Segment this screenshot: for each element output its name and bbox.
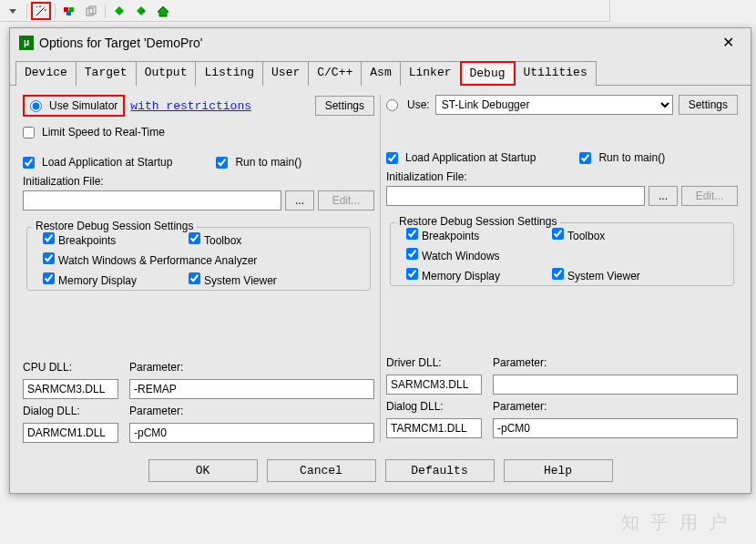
- tgt-restore-fieldset: Restore Debug Session Settings Breakpoin…: [386, 215, 738, 290]
- tgt-param1-label: Parameter:: [493, 356, 738, 369]
- help-button[interactable]: Help: [504, 459, 613, 482]
- titlebar: μ Options for Target 'DemoPro' ✕: [10, 28, 751, 56]
- tgt-restore-legend: Restore Debug Session Settings: [395, 215, 560, 228]
- close-icon[interactable]: ✕: [715, 34, 741, 51]
- ok-button[interactable]: OK: [148, 459, 258, 482]
- sim-sys-label: System Viewer: [204, 274, 277, 287]
- options-dialog: μ Options for Target 'DemoPro' ✕ Device …: [9, 27, 751, 494]
- sim-dialog-dll-label: Dialog DLL:: [23, 405, 118, 417]
- app-icon: μ: [19, 36, 34, 50]
- tgt-sys-checkbox[interactable]: [552, 268, 564, 280]
- sim-run-main-checkbox[interactable]: [216, 157, 228, 169]
- sim-edit-button[interactable]: Edit...: [318, 190, 374, 210]
- use-simulator-radio[interactable]: [30, 100, 42, 112]
- dialog-title: Options for Target 'DemoPro': [39, 36, 202, 50]
- tgt-bp-label: Breakpoints: [422, 230, 479, 242]
- limit-speed-label: Limit Speed to Real-Time: [42, 126, 165, 139]
- tgt-sys-label: System Viewer: [567, 270, 640, 282]
- cancel-button[interactable]: Cancel: [267, 459, 376, 482]
- group-icon[interactable]: [59, 2, 79, 20]
- sim-restore-fieldset: Restore Debug Session Settings Breakpoin…: [23, 220, 374, 294]
- sim-bp-checkbox[interactable]: [43, 232, 55, 244]
- tgt-browse-button[interactable]: ...: [649, 186, 678, 206]
- sim-init-file-input[interactable]: [23, 190, 281, 210]
- svg-point-0: [44, 6, 46, 8]
- sim-toolbox-label: Toolbox: [204, 234, 241, 247]
- sim-watch-label: Watch Windows & Performance Analyzer: [58, 254, 257, 267]
- use-simulator-label: Use Simulator: [49, 99, 117, 112]
- tgt-param1-input[interactable]: [493, 375, 738, 395]
- sim-settings-button[interactable]: Settings: [315, 96, 374, 116]
- tgt-run-main-checkbox[interactable]: [579, 152, 591, 164]
- sim-param1-label: Parameter:: [129, 361, 374, 374]
- dialog-buttons: OK Cancel Defaults Help: [10, 452, 751, 493]
- svg-rect-3: [66, 11, 71, 15]
- tab-debug[interactable]: Debug: [460, 61, 516, 86]
- main-toolbar: [0, 0, 610, 22]
- restrictions-link[interactable]: with restrictions: [130, 99, 251, 113]
- use-target-radio[interactable]: [386, 99, 398, 111]
- tgt-watch-checkbox[interactable]: [406, 248, 418, 260]
- sim-param1-input[interactable]: [129, 379, 374, 399]
- sim-param2-input[interactable]: [129, 423, 374, 443]
- sim-load-app-label: Load Application at Startup: [42, 156, 172, 169]
- tgt-edit-button[interactable]: Edit...: [681, 186, 738, 206]
- tab-asm[interactable]: Asm: [361, 61, 400, 86]
- sim-restore-legend: Restore Debug Session Settings: [32, 220, 197, 232]
- tgt-dialog-dll-input[interactable]: [386, 418, 482, 438]
- sim-param2-label: Parameter:: [129, 405, 374, 417]
- tgt-bp-checkbox[interactable]: [406, 228, 418, 240]
- tgt-mem-label: Memory Display: [422, 270, 500, 282]
- driver-dll-input[interactable]: [386, 375, 482, 395]
- sim-load-app-checkbox[interactable]: [23, 157, 35, 169]
- sim-dialog-dll-input[interactable]: [23, 423, 118, 443]
- tgt-load-app-label: Load Application at Startup: [405, 151, 536, 164]
- tab-listing[interactable]: Listing: [195, 61, 263, 86]
- watermark: 知乎用户: [621, 510, 738, 535]
- tgt-run-main-label: Run to main(): [598, 151, 665, 164]
- sim-mem-label: Memory Display: [58, 274, 137, 287]
- diamond-nav-icon[interactable]: [131, 2, 151, 20]
- limit-speed-checkbox[interactable]: [23, 127, 35, 139]
- tgt-toolbox-checkbox[interactable]: [552, 228, 564, 240]
- tgt-param2-input[interactable]: [493, 418, 738, 438]
- sim-bp-label: Breakpoints: [58, 234, 116, 247]
- sim-toolbox-checkbox[interactable]: [189, 232, 200, 244]
- tab-ccpp[interactable]: C/C++: [308, 61, 362, 86]
- tgt-watch-label: Watch Windows: [422, 250, 500, 262]
- sim-browse-button[interactable]: ...: [285, 190, 314, 210]
- tgt-param2-label: Parameter:: [493, 400, 738, 413]
- tab-utilities[interactable]: Utilities: [515, 61, 597, 86]
- target-settings-button[interactable]: Settings: [679, 95, 738, 115]
- use-target-label: Use:: [407, 98, 430, 111]
- tab-device[interactable]: Device: [15, 61, 77, 86]
- defaults-button[interactable]: Defaults: [385, 459, 495, 482]
- tab-target[interactable]: Target: [76, 61, 137, 86]
- sim-init-file-label: Initialization File:: [23, 175, 374, 188]
- tgt-mem-checkbox[interactable]: [406, 268, 418, 280]
- sim-watch-checkbox[interactable]: [43, 252, 55, 264]
- tab-output[interactable]: Output: [136, 61, 197, 86]
- simulator-pane: Use Simulator with restrictions Settings…: [17, 95, 381, 443]
- sim-sys-checkbox[interactable]: [189, 272, 200, 284]
- home-icon[interactable]: [153, 2, 173, 20]
- tgt-toolbox-label: Toolbox: [567, 230, 605, 242]
- files-icon[interactable]: [81, 2, 101, 20]
- sim-run-main-label: Run to main(): [235, 156, 301, 169]
- dropdown-icon[interactable]: [3, 2, 23, 20]
- tgt-init-file-input[interactable]: [386, 186, 645, 206]
- driver-dll-label: Driver DLL:: [386, 356, 482, 369]
- target-pane: Use: ST-Link Debugger Settings Load Appl…: [381, 95, 743, 443]
- debug-panel: Use Simulator with restrictions Settings…: [10, 86, 751, 452]
- diamond-green-icon[interactable]: [109, 2, 129, 20]
- debugger-select[interactable]: ST-Link Debugger: [435, 95, 673, 115]
- tgt-dialog-dll-label: Dialog DLL:: [386, 400, 482, 413]
- tgt-load-app-checkbox[interactable]: [386, 152, 398, 164]
- tab-linker[interactable]: Linker: [400, 61, 461, 86]
- tab-user[interactable]: User: [262, 61, 309, 86]
- cpu-dll-label: CPU DLL:: [23, 361, 118, 374]
- sim-mem-checkbox[interactable]: [43, 272, 55, 284]
- tgt-init-file-label: Initialization File:: [386, 170, 738, 183]
- magic-wand-icon[interactable]: [31, 2, 51, 20]
- cpu-dll-input[interactable]: [23, 379, 118, 399]
